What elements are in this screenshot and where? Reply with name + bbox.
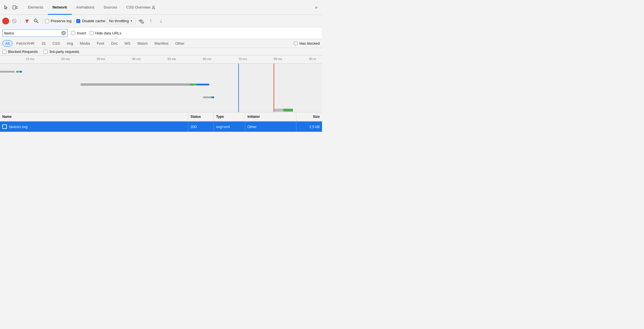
type-font-button[interactable]: Font [94,40,107,47]
divider-1 [20,18,21,24]
td-status: 200 [188,122,214,132]
import-button[interactable]: ↑ [147,17,155,25]
type-wasm-button[interactable]: Wasm [134,40,151,47]
wf-bar-gray-4 [203,96,210,98]
type-js-button[interactable]: JS [38,40,49,47]
wf-bar-blue-3 [212,96,214,98]
more-tabs-button[interactable]: » [313,5,320,10]
preserve-log-label[interactable]: Preserve log [45,19,71,23]
device-icon[interactable] [11,4,19,11]
td-initiator: Other [245,122,296,132]
type-media-button[interactable]: Media [77,40,93,47]
th-initiator[interactable]: Initiator [245,112,296,121]
flask-icon [151,5,155,9]
blocked-requests-checkbox[interactable] [2,50,6,54]
invert-checkbox[interactable] [71,31,75,35]
search-input-wrapper: ✕ [2,29,68,37]
wf-bar-gray-5 [209,96,211,98]
hide-data-urls-label[interactable]: Hide data URLs [90,31,122,35]
divider-3 [74,18,74,24]
table-header: Name Status Type Initiator Size [0,112,322,122]
hide-data-urls-checkbox[interactable] [90,31,94,35]
filter-bar: ✕ Invert Hide data URLs [0,27,322,39]
vline-blue [238,63,239,112]
type-filter-bar: All Fetch/XHR JS CSS Img Media Font Doc … [0,39,322,48]
tab-network[interactable]: Network [48,0,71,15]
type-css-button[interactable]: CSS [49,40,63,47]
waterfall-content [0,63,322,112]
wifi-icon [138,18,144,24]
row-checkbox[interactable] [2,124,7,129]
wf-bar-blue-1 [19,71,22,73]
th-size[interactable]: Size [296,112,322,121]
wf-bar-white [274,109,283,112]
wf-bar-green-2 [190,84,193,85]
tab-css-overview[interactable]: CSS Overview [122,0,160,15]
tick-10ms: 10 ms [26,57,34,61]
tick-30ms: 30 ms [97,57,105,61]
record-button[interactable] [2,18,9,24]
wf-bar-gray-2 [10,71,15,73]
wf-bar-green-1 [16,71,19,73]
import-export-group: ↑ ↓ [147,17,165,25]
timeline-area: 10 ms 20 ms 30 ms 40 ms 50 ms 60 ms 70 m… [0,55,322,112]
filter-icon [24,18,30,24]
disable-cache-checkbox[interactable]: ✓ [76,19,80,23]
wf-bar-green-3 [193,84,196,85]
wf-bar-blue-2 [196,84,209,85]
disable-cache-label[interactable]: ✓ Disable cache [76,19,105,23]
wf-bar-gray-long [81,83,193,86]
svg-line-8 [143,22,144,22]
wf-bar-green-5 [283,109,293,112]
tab-animations[interactable]: Animations [72,0,99,15]
svg-rect-0 [13,6,16,9]
third-party-requests-label[interactable]: 3rd-party requests [44,50,79,54]
third-party-requests-checkbox[interactable] [44,50,48,54]
network-toolbar: Preserve log ✓ Disable cache No throttli… [0,15,322,27]
th-status[interactable]: Status [188,112,214,121]
clear-search-button[interactable]: ✕ [61,31,66,35]
chevron-down-icon: ▼ [130,19,133,22]
type-img-button[interactable]: Img [64,40,76,47]
search-icon [34,18,39,24]
td-size: 2.5 kB [296,122,322,132]
th-type[interactable]: Type [214,112,245,121]
clear-button[interactable] [10,17,18,25]
type-other-button[interactable]: Other [172,40,188,47]
preserve-log-checkbox[interactable] [45,19,49,23]
has-blocked-group: Has blocked [294,41,320,46]
network-conditions-button[interactable] [137,17,145,25]
blocked-requests-bar: Blocked Requests 3rd-party requests [0,48,322,55]
timeline-ruler: 10 ms 20 ms 30 ms 40 ms 50 ms 60 ms 70 m… [0,55,322,63]
type-all-button[interactable]: All [2,40,13,47]
vline-red [274,63,274,112]
filter-search-input[interactable] [4,31,61,35]
tab-bar-icons [2,4,19,11]
tab-bar: Elements Network Animations Sources CSS … [0,0,322,15]
cursor-icon[interactable] [2,4,10,11]
table-row[interactable]: favicon.svg 200 svg+xml Other 2.5 kB [0,122,322,132]
filter-button[interactable] [23,17,31,25]
td-name: favicon.svg [0,122,188,132]
search-button[interactable] [32,17,40,25]
tick-20ms: 20 ms [61,57,70,61]
invert-label[interactable]: Invert [71,31,86,35]
th-name[interactable]: Name [0,112,188,121]
type-doc-button[interactable]: Doc [108,40,121,47]
type-manifest-button[interactable]: Manifest [151,40,171,47]
clear-icon [12,18,17,24]
type-ws-button[interactable]: WS [121,40,134,47]
tab-sources[interactable]: Sources [99,0,122,15]
svg-point-5 [34,19,37,22]
export-button[interactable]: ↓ [157,17,165,25]
tick-60ms: 60 ms [203,57,212,61]
throttle-select[interactable]: No throttling ▼ [106,18,136,24]
has-blocked-checkbox[interactable] [294,42,298,45]
tick-70ms: 70 ms [238,57,247,61]
tick-90ms: 90 m [309,57,316,61]
blocked-requests-label[interactable]: Blocked Requests [2,50,38,54]
tab-elements[interactable]: Elements [23,0,48,15]
type-fetch-xhr-button[interactable]: Fetch/XHR [13,40,38,47]
td-type: svg+xml [214,122,245,132]
tick-80ms: 80 ms [274,57,282,61]
